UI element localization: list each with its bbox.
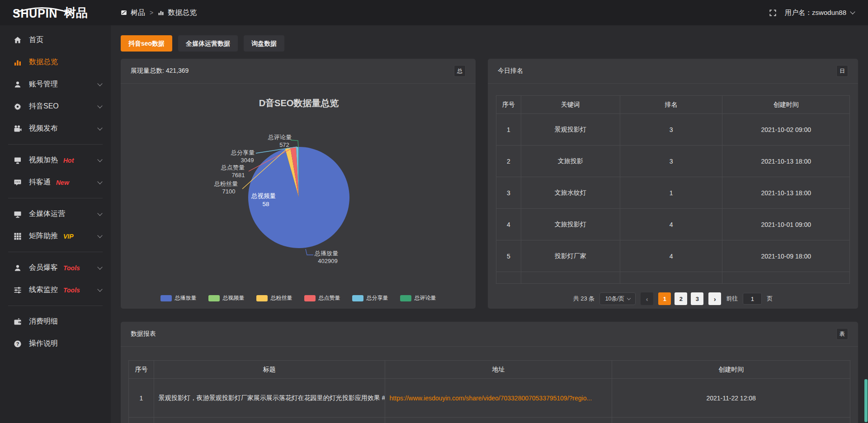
sidebar-item-label: 矩阵助推 (29, 231, 58, 241)
legend-item[interactable]: 总分享量 (352, 294, 388, 302)
video-camera-icon (14, 125, 23, 133)
legend-item[interactable]: 总点赞量 (304, 294, 340, 302)
goto-unit-label: 页 (767, 295, 773, 303)
page-size-value: 10条/页 (605, 295, 624, 303)
sidebar-item-label: 抖音SEO (29, 102, 59, 111)
page-size-select[interactable]: 10条/页 (599, 292, 636, 305)
tab-omnimedia-data[interactable]: 全媒体运营数据 (178, 35, 238, 52)
label-fans-name: 总粉丝量 (214, 180, 238, 187)
person-icon (14, 264, 23, 272)
legend-label: 总分享量 (367, 294, 388, 302)
sidebar-item-data-overview[interactable]: 数据总览 (0, 51, 111, 73)
tab-inquiry-data[interactable]: 询盘数据 (244, 35, 284, 52)
legend-item[interactable]: 总视频量 (208, 294, 245, 302)
cell-created: 2021-11-22 12:08 (612, 379, 850, 418)
tools-badge: Tools (63, 264, 80, 272)
day-toggle-button[interactable]: 日 (836, 65, 848, 77)
table-row: 5 投影灯厂家 4 2021-10-09 18:00 (496, 240, 850, 272)
video-link[interactable]: https://www.iesdouyin.com/share/video/70… (390, 395, 592, 402)
cell-keyword: 文旅投影灯 (521, 209, 620, 240)
legend-item[interactable]: 总播放量 (160, 294, 197, 302)
panel-report-header: 数据报表 表 (121, 322, 858, 347)
panel-ranking: 今日排名 日 序号 关键词 排名 创建时间 (488, 59, 858, 309)
tab-douyin-seo-data[interactable]: 抖音seo数据 (121, 35, 172, 52)
tools-badge: Tools (63, 287, 80, 294)
cell-rank: 3 (620, 114, 722, 146)
sidebar-item-member-leads[interactable]: 会员爆客 Tools (0, 257, 111, 279)
cell-created: 2021-10-01 09:00 (722, 209, 850, 240)
sidebar-item-matrix-boost[interactable]: 矩阵助推 VIP (0, 225, 111, 247)
table-toggle-button[interactable]: 表 (836, 328, 848, 340)
breadcrumb-root[interactable]: 树品 (131, 8, 145, 18)
legend-label: 总点赞量 (319, 294, 340, 302)
legend-swatch (160, 295, 172, 301)
page-button[interactable]: 1 (658, 292, 671, 305)
sidebar-item-spend-details[interactable]: 消费明细 (0, 310, 111, 333)
page-buttons: 1 2 3 (658, 292, 703, 305)
grid-icon (14, 232, 23, 240)
chevron-down-icon (97, 233, 102, 238)
sidebar-item-video-publish[interactable]: 视频发布 (0, 118, 111, 140)
label-shares-name: 总分享量 (231, 149, 255, 156)
empty-row (129, 418, 850, 423)
legend-item[interactable]: 总评论量 (400, 294, 436, 302)
sidebar-item-label: 线索监控 (29, 285, 58, 295)
svg-text:?: ? (16, 341, 19, 347)
breadcrumb-current: 数据总览 (168, 8, 197, 18)
chat-bubble-icon (14, 179, 23, 187)
username[interactable]: 用户名：zswodun88 (785, 9, 846, 17)
col-rank: 排名 (620, 96, 722, 114)
total-toggle-button[interactable]: 总 (454, 65, 466, 77)
fullscreen-icon[interactable] (769, 9, 777, 17)
app-window-icon (121, 9, 127, 16)
col-no: 序号 (496, 96, 521, 114)
sidebar-item-video-heat[interactable]: 视频加热 Hot (0, 149, 111, 171)
page-button[interactable]: 3 (691, 292, 703, 305)
col-url: 地址 (385, 361, 612, 379)
cell-no: 4 (496, 209, 521, 240)
user-icon (14, 80, 23, 89)
sidebar-item-home[interactable]: 首页 (0, 29, 111, 51)
prev-page-button[interactable]: ‹ (641, 292, 653, 305)
chevron-down-icon (97, 81, 102, 86)
panel-report: 数据报表 表 序号 标题 地址 创建时间 1 (121, 322, 858, 423)
breadcrumb-separator: > (150, 9, 153, 16)
cell-created: 2021-10-13 18:00 (722, 177, 850, 209)
cell-rank: 3 (620, 146, 722, 177)
report-title: 数据报表 (131, 330, 156, 338)
sidebar-item-douyin-seo[interactable]: 抖音SEO (0, 95, 111, 118)
gear-icon (14, 103, 23, 111)
sidebar-item-lead-monitor[interactable]: 线索监控 Tools (0, 279, 111, 301)
goto-page-input[interactable] (743, 293, 762, 305)
sidebar-item-help[interactable]: ? 操作说明 (0, 333, 111, 355)
chart-title: D音SEO数据量总览 (259, 98, 339, 108)
cell-url: https://www.iesdouyin.com/share/video/70… (385, 379, 612, 418)
legend-swatch (304, 295, 316, 301)
label-plays-name: 总播放量 (314, 250, 338, 257)
sidebar-item-label: 数据总览 (29, 57, 58, 67)
col-created: 创建时间 (612, 361, 850, 379)
sidebar-item-douketong[interactable]: 抖客通 New (0, 171, 111, 193)
col-title: 标题 (154, 361, 385, 379)
legend-item[interactable]: 总粉丝量 (256, 294, 292, 302)
legend-label: 总视频量 (223, 294, 245, 302)
table-row: 2 文旅投影 3 2021-10-13 18:00 (496, 146, 850, 177)
sidebar-divider (8, 252, 103, 252)
main-content: 抖音seo数据 全媒体运营数据 询盘数据 展现量总数: 421,369 总 D音… (111, 25, 868, 423)
pie-chart: D音SEO数据量总览 总评论量 572 总分享量 3049 总点赞量 7681 (121, 84, 476, 308)
scrollbar-thumb[interactable] (864, 379, 868, 422)
table-row: 4 文旅投影灯 4 2021-10-01 09:00 (496, 209, 850, 240)
report-table-wrap: 序号 标题 地址 创建时间 1 景观投影灯，夜游景观投影灯厂家展示展示落花灯在花… (121, 347, 858, 423)
sidebar-item-account[interactable]: 账号管理 (0, 73, 111, 95)
cell-created: 2021-10-09 18:00 (722, 240, 850, 272)
empty-row (496, 272, 850, 284)
page-button[interactable]: 2 (675, 292, 687, 305)
next-page-button[interactable]: › (708, 292, 721, 305)
home-icon (14, 36, 23, 44)
sidebar-item-label: 账号管理 (29, 80, 58, 89)
chart-legend: 总播放量 总视频量 总粉丝量 (121, 294, 476, 302)
goto-label: 前往 (726, 295, 738, 303)
sidebar-item-omnimedia[interactable]: 全媒体运营 (0, 203, 111, 225)
ranking-title: 今日排名 (498, 67, 523, 75)
new-badge: New (56, 179, 69, 186)
